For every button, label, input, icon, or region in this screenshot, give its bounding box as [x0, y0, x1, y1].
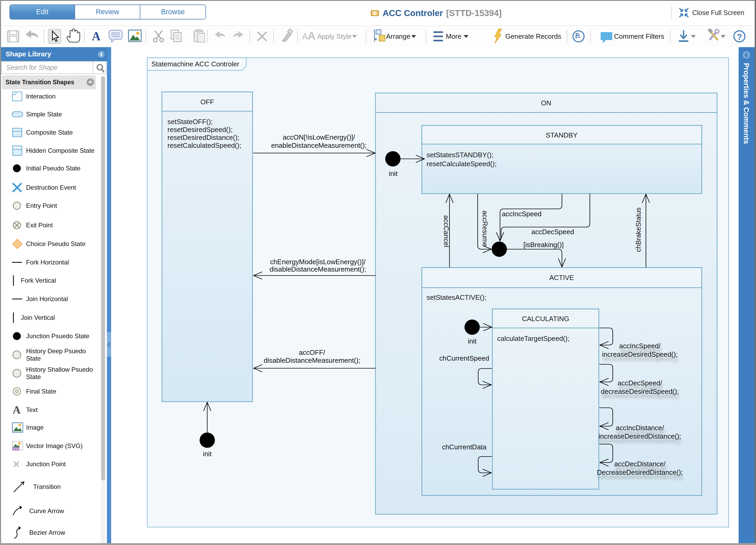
svg-text:chCurrentData: chCurrentData	[442, 443, 487, 451]
svg-text:accOFF/: accOFF/	[299, 349, 325, 357]
svg-text:init: init	[203, 450, 212, 458]
svg-text:setStateOFF();: setStateOFF();	[167, 118, 213, 126]
svg-text:accIncSpeed/: accIncSpeed/	[619, 342, 661, 350]
svg-text:disableDistanceMeasurement();: disableDistanceMeasurement();	[269, 265, 366, 273]
svg-text:resetDesiredSpeed();: resetDesiredSpeed();	[167, 126, 233, 133]
svg-text:accDecSpeed: accDecSpeed	[531, 228, 574, 236]
svg-text:init: init	[468, 337, 477, 345]
svg-text:ON: ON	[541, 99, 551, 107]
svg-text:accIncSpeed: accIncSpeed	[502, 210, 541, 218]
svg-text:increaseDesiredSpeed();: increaseDesiredSpeed();	[602, 350, 678, 358]
svg-text:enableDistanceMeasurement();: enableDistanceMeasurement();	[271, 141, 367, 149]
svg-text:SVG: SVG	[13, 447, 20, 451]
svg-text:accCancel: accCancel	[442, 215, 450, 247]
svg-text:chEnergyMode[isLowEnergy()]/: chEnergyMode[isLowEnergy()]/	[270, 258, 366, 266]
svg-text:OFF: OFF	[200, 98, 214, 106]
svg-text:setStatesSTANDBY();: setStatesSTANDBY();	[427, 151, 493, 159]
svg-text:CALCULATING: CALCULATING	[522, 315, 569, 323]
svg-text:accDecSpeed/: accDecSpeed/	[617, 379, 662, 387]
svg-text:resetDesiredDistance();: resetDesiredDistance();	[167, 133, 239, 141]
svg-text:accResume: accResume	[481, 210, 489, 246]
svg-text:accDecDistance/: accDecDistance/	[614, 460, 666, 468]
svg-text:chCurrentSpeed: chCurrentSpeed	[439, 354, 489, 362]
svg-text:increaseDesiredDistance();: increaseDesiredDistance();	[599, 432, 681, 440]
svg-text:resetCalculatedSpeed();: resetCalculatedSpeed();	[167, 141, 241, 149]
svg-text:DecreaseDesiredDistance();: DecreaseDesiredDistance();	[597, 468, 683, 476]
svg-text:STANDBY: STANDBY	[546, 131, 578, 139]
svg-text:calculateTargetSpeed();: calculateTargetSpeed();	[497, 335, 570, 343]
svg-text:accIncDistance/: accIncDistance/	[616, 424, 664, 432]
svg-text:accON[!isLowEnergy()]/: accON[!isLowEnergy()]/	[283, 133, 355, 141]
svg-text:setStatesACTIVE();: setStatesACTIVE();	[427, 294, 486, 301]
svg-text:A: A	[13, 404, 21, 416]
svg-text:chBrakeStatus: chBrakeStatus	[634, 207, 642, 252]
svg-text:decreaseDesiredSpeed();: decreaseDesiredSpeed();	[601, 388, 679, 395]
svg-text:disableDistanceMeasurement();: disableDistanceMeasurement();	[264, 357, 360, 364]
svg-text:Statemachine ACC Controler: Statemachine ACC Controler	[151, 60, 239, 68]
svg-text:ACTIVE: ACTIVE	[549, 274, 574, 282]
svg-text:[isBreaking()]: [isBreaking()]	[523, 241, 564, 249]
svg-text:resetCalculateSpeed();: resetCalculateSpeed();	[427, 160, 497, 168]
svg-text:init: init	[389, 170, 398, 177]
